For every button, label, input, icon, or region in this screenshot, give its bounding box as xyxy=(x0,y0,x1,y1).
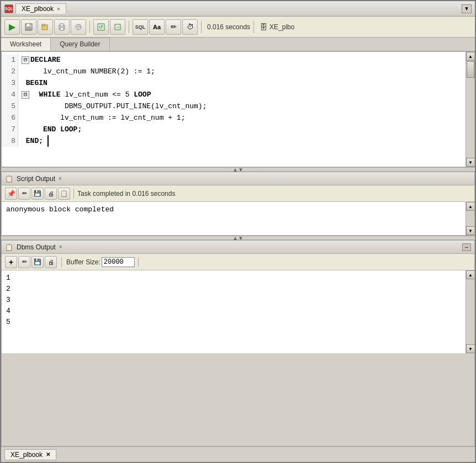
execution-timer: 0.016 seconds xyxy=(207,23,250,31)
editor-tabs-bar: Worksheet Query Builder xyxy=(1,38,475,51)
svg-rect-7 xyxy=(60,28,64,30)
scroll-thumb[interactable] xyxy=(467,61,474,78)
dbms-line-2: 2 xyxy=(6,284,463,295)
scroll-down-button[interactable]: ▼ xyxy=(466,158,475,167)
dbms-output-panel: 📋 Dbms Output × – + ✏ 💾 🖨 Buffer Size: 1… xyxy=(1,240,475,446)
print-button[interactable] xyxy=(54,19,70,35)
title-tab-label: XE_plbook xyxy=(22,5,54,13)
dbms-minimize-button[interactable]: – xyxy=(462,243,471,251)
dbms-scroll-track[interactable] xyxy=(466,279,474,344)
script-scroll-down[interactable]: ▼ xyxy=(466,226,474,235)
keyword-end: END; xyxy=(26,135,43,147)
script-output-header: 📋 Script Output × xyxy=(2,172,474,185)
bottom-tab-xe-plbook[interactable]: XE_plbook ✕ xyxy=(4,449,56,460)
dbms-line-5: 5 xyxy=(6,317,463,328)
save-button[interactable] xyxy=(21,19,36,35)
script-save-button[interactable]: 💾 xyxy=(31,188,44,200)
code-text-2: lv_cnt_num NUMBER(2) := 1; xyxy=(43,66,155,77)
dbms-output-title: Dbms Output xyxy=(17,243,56,251)
bottom-tabbar: XE_plbook ✕ xyxy=(1,446,475,462)
dbms-add-button[interactable]: + xyxy=(5,256,17,268)
dbms-save-button[interactable]: 💾 xyxy=(31,256,44,268)
dbms-content-wrapper: 1 2 3 4 5 ▲ ▼ xyxy=(2,270,474,353)
run-button[interactable]: ▶ xyxy=(4,19,20,35)
dbms-output-icon: 📋 xyxy=(5,243,13,251)
dbms-line-3: 3 xyxy=(6,295,463,306)
dbms-edit-button[interactable]: ✏ xyxy=(18,256,30,268)
script-scroll-up[interactable]: ▲ xyxy=(466,202,474,211)
svg-rect-4 xyxy=(42,24,45,26)
keyword-loop: LOOP xyxy=(134,89,151,100)
line-numbers: 1 2 3 4 5 6 7 8 xyxy=(2,54,18,147)
dbms-scrollbar[interactable]: ▲ ▼ xyxy=(466,270,474,353)
db-icon: 🗄 xyxy=(260,23,267,31)
fold-icon-1[interactable]: ⊟ xyxy=(22,56,29,64)
buffer-size-input[interactable] xyxy=(102,257,135,267)
font-button[interactable]: Aa xyxy=(149,19,165,35)
edit-button[interactable]: ✏ xyxy=(166,19,181,35)
refresh-button[interactable]: ↺ xyxy=(93,19,109,35)
script-pin-button[interactable]: 📌 xyxy=(5,188,17,200)
code-lines-container[interactable]: ⊟ DECLARE lv_cnt_num NUMBER(2) := 1; BEG… xyxy=(18,54,474,147)
script-output-icon: 📋 xyxy=(5,175,13,183)
line-num-7: 7 xyxy=(4,124,15,135)
dbms-scroll-down[interactable]: ▼ xyxy=(466,344,474,353)
script-list-button[interactable]: 📋 xyxy=(58,188,70,200)
tab-worksheet[interactable]: Worksheet xyxy=(1,38,51,51)
title-tab[interactable]: XE_plbook × xyxy=(15,3,66,14)
keyword-while: WHILE xyxy=(39,89,61,100)
tab-query-builder[interactable]: Query Builder xyxy=(51,38,109,51)
export-button[interactable]: → xyxy=(110,19,125,35)
dbms-scroll-up[interactable]: ▲ xyxy=(466,270,474,279)
title-bar-right: ▼ xyxy=(462,4,472,13)
db-selector[interactable]: 🗄 XE_plbo xyxy=(260,23,294,31)
dbms-output-close-button[interactable]: × xyxy=(59,244,62,250)
line-num-6: 6 xyxy=(4,112,15,124)
code-line-5: DBMS_OUTPUT.PUT_LINE(lv_cnt_num); xyxy=(22,100,471,112)
code-line-3: BEGIN xyxy=(22,77,471,89)
line-num-3: 3 xyxy=(4,77,15,89)
clock-button[interactable]: ⏱ xyxy=(182,19,198,35)
svg-rect-1 xyxy=(27,24,30,26)
dbms-output-content: 1 2 3 4 5 xyxy=(2,270,474,353)
code-editor[interactable]: 1 2 3 4 5 6 7 8 ⊟ DECLARE lv_cnt xyxy=(1,51,475,167)
line-num-8: 8 xyxy=(4,135,15,147)
svg-text:↺: ↺ xyxy=(99,24,103,30)
resize-handle-2[interactable]: ▲▼ xyxy=(1,236,475,240)
scroll-track[interactable] xyxy=(466,61,474,158)
dbms-line-1: 1 xyxy=(6,273,463,284)
sql-button[interactable]: SQL xyxy=(133,19,148,35)
db-label: XE_plbo xyxy=(269,23,294,31)
script-print-button[interactable]: 🖨 xyxy=(45,188,57,200)
fold-icon-4[interactable]: ⊟ xyxy=(22,91,29,99)
keyword-end-loop: END LOOP; xyxy=(43,124,82,135)
script-output-close-button[interactable]: × xyxy=(59,175,62,182)
resize-handle-1[interactable]: ▲▼ xyxy=(1,167,475,172)
cursor xyxy=(43,135,49,147)
history-button[interactable] xyxy=(71,19,86,35)
code-line-8: END; xyxy=(22,135,471,147)
code-line-4: ⊟ WHILE lv_cnt_num <= 5 LOOP xyxy=(22,89,471,100)
bottom-tab-label: XE_plbook xyxy=(10,451,43,459)
code-line-2: lv_cnt_num NUMBER(2) := 1; xyxy=(22,66,471,77)
script-output-panel: 📋 Script Output × 📌 ✏ 💾 🖨 📋 Task complet… xyxy=(1,172,475,236)
line-num-4: 4 xyxy=(4,89,15,100)
script-output-title: Script Output xyxy=(17,175,55,183)
bottom-tab-close-icon[interactable]: ✕ xyxy=(46,451,50,457)
code-text-4: lv_cnt_num <= 5 xyxy=(61,89,134,100)
restore-button[interactable]: ▼ xyxy=(462,4,472,13)
script-scroll-track[interactable] xyxy=(466,211,474,226)
code-text-5: DBMS_OUTPUT.PUT_LINE(lv_cnt_num); xyxy=(65,100,207,112)
dbms-toolbar-sep xyxy=(61,257,62,267)
svg-rect-2 xyxy=(27,28,31,30)
script-status-text: Task completed in 0.016 seconds xyxy=(77,190,175,198)
open-button[interactable] xyxy=(38,19,53,35)
scroll-up-button[interactable]: ▲ xyxy=(466,52,475,61)
dbms-print-button[interactable]: 🖨 xyxy=(45,256,57,268)
script-scrollbar[interactable]: ▲ ▼ xyxy=(466,202,474,235)
editor-scrollbar[interactable]: ▲ ▼ xyxy=(466,52,474,167)
dbms-toolbar-sep2 xyxy=(138,257,139,267)
code-line-7: END LOOP; xyxy=(22,124,471,135)
script-edit-button[interactable]: ✏ xyxy=(18,188,30,200)
title-tab-close-icon[interactable]: × xyxy=(57,6,60,12)
